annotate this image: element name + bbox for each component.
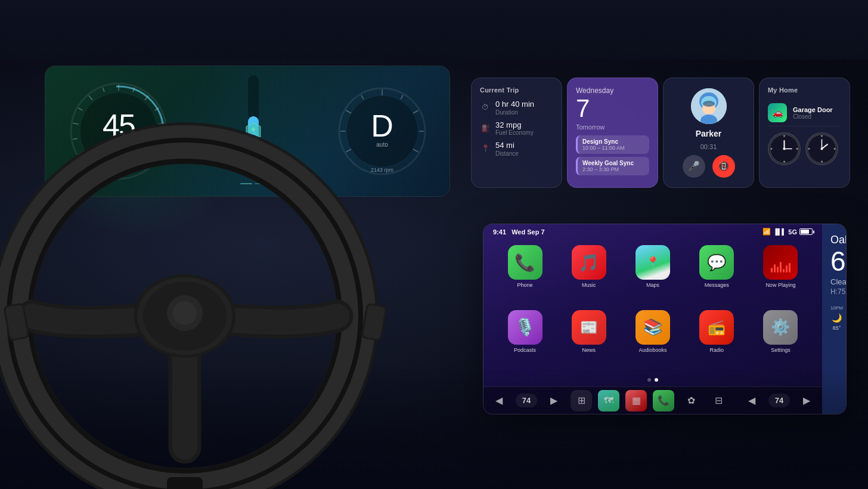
app-settings[interactable]: ⚙️ Settings [751,310,810,370]
svg-point-47 [808,148,810,150]
app-radio[interactable]: 📻 Radio [687,310,746,370]
svg-line-3 [73,123,79,124]
trip-fuel-label: Fuel Economy [495,129,534,136]
svg-line-1 [78,151,83,154]
caller-duration: 00:31 [700,143,717,150]
carplay-bottom-bar: ◀ 74 ▶ ⊞ 🗺 ▦ 📞 ✿ ⊟ ◀ 74 ▶ [483,386,822,414]
svg-point-50 [821,148,823,150]
caller-avatar [691,88,727,124]
cal-event-2[interactable]: Weekly Goal Sync 2:30 – 3:30 PM [576,157,649,175]
trip-duration-item: ⏱ 0 hr 40 min Duration [480,100,553,116]
weather-hour-1: 10PM 🌙 65° [830,305,843,331]
app-audiobooks[interactable]: 📚 Audiobooks [623,310,682,370]
mute-button[interactable]: 🎤 [683,155,705,178]
home-item-garage-status: Closed [793,113,833,120]
audiobooks-app-label: Audiobooks [638,347,666,353]
nowplaying-app-icon [763,245,798,280]
temp-left[interactable]: 74 [516,394,537,407]
home-item-garage[interactable]: 🚗 Garage Door Closed [768,100,841,126]
forward-button[interactable]: ▶ [543,390,565,411]
call-controls: 🎤 📵 [683,155,735,178]
svg-line-19 [346,149,351,152]
phone-app-icon: 📞 [508,245,542,280]
cal-tomorrow: Tomorrow [576,123,649,131]
cal-event-1[interactable]: Design Sync 10:00 – 11:00 AM [576,135,649,154]
svg-line-25 [413,110,418,113]
news-app-icon: 📰 [572,310,606,345]
fan-bottom-button[interactable]: ✿ [680,390,702,411]
top-bar [0,0,868,60]
weather-hi-lo: H:75° L:57° [830,287,847,296]
hangup-button[interactable]: 📵 [712,155,735,178]
clock-icon: ⏱ [480,102,491,113]
temp-right[interactable]: 74 [768,394,790,407]
trip-card: Current Trip ⏱ 0 hr 40 min Duration ⛽ 32… [471,78,562,188]
carplay-time: 9:41 Wed Sep 7 [493,228,545,236]
hour-1-temp: 65° [833,325,841,331]
phone-bottom-button[interactable]: 📞 [653,390,674,411]
podcasts-app-label: Podcasts [514,347,536,353]
messages-app-label: Messages [705,282,729,288]
trip-distance-value: 54 mi [495,141,519,150]
svg-point-46 [821,161,823,163]
page-dots [483,376,822,386]
carplay-main: 9:41 Wed Sep 7 📶 ▐▌▌ 5G 📞 Phone 🎵 [483,224,822,414]
caller-name: Parker [696,129,722,138]
grid-button[interactable]: ⊞ [571,390,592,411]
forward-right-button[interactable]: ▶ [796,390,817,411]
maps-app-icon [636,245,670,280]
music-app-icon: 🎵 [572,245,606,280]
speed-unit: mph [103,142,135,151]
home-item-garage-name: Garage Door [793,106,833,113]
svg-line-24 [401,95,403,99]
wifi-icon: 📶 [762,228,771,236]
weather-temp: 65° [830,247,847,275]
svg-point-37 [796,148,798,150]
dashboard-middle [212,66,295,196]
messages-app-icon: 💬 [699,245,734,280]
radio-app-label: Radio [709,347,724,353]
dot-1 [647,378,651,382]
back-button[interactable]: ◀ [488,390,510,411]
app-news[interactable]: 📰 News [559,310,618,370]
svg-line-22 [361,95,364,99]
maps-bottom-button[interactable]: 🗺 [598,390,619,411]
distance-icon: 📍 [480,143,491,154]
audiobooks-app-icon: 📚 [636,310,670,345]
battery-icon [799,228,813,235]
radio-app-icon: 📻 [699,310,734,345]
gear-indicator: D auto 2143 rpm [334,83,430,179]
svg-line-4 [78,108,82,110]
back-right-button[interactable]: ◀ [741,390,762,411]
carplay-apps-grid: 📞 Phone 🎵 Music Maps 💬 Messages [483,239,822,376]
ac-bottom-button[interactable]: ⊟ [708,390,729,411]
app-messages[interactable]: 💬 Messages [687,245,746,305]
apps-bottom-button[interactable]: ▦ [625,390,647,411]
cal-event-1-name: Design Sync [582,138,644,145]
speedometer: 45 mph 72 km/h [65,78,172,185]
cal-day-num: 7 [576,96,649,121]
svg-point-39 [771,148,773,150]
trip-distance-info: 54 mi Distance [495,141,519,157]
app-maps[interactable]: Maps [623,245,682,305]
cal-event-2-time: 2:30 – 3:30 PM [582,166,644,172]
podcasts-app-icon: 🎙️ [508,310,542,345]
hour-1-icon: 🌙 [832,313,842,323]
weather-condition: Clear [830,277,847,286]
speed-km: 72 km/h [108,168,129,174]
road-indicator [240,183,266,184]
app-phone[interactable]: 📞 Phone [495,245,554,305]
trip-title: Current Trip [480,86,553,94]
app-nowplaying[interactable]: Now Playing [751,245,810,305]
svg-point-38 [783,161,785,163]
svg-point-36 [783,135,785,137]
gear-display: D auto [371,110,393,148]
dot-2 [655,378,658,382]
app-podcasts[interactable]: 🎙️ Podcasts [495,310,554,370]
carplay-screen: 9:41 Wed Sep 7 📶 ▐▌▌ 5G 📞 Phone 🎵 [483,224,847,414]
trip-fuel-item: ⛽ 32 mpg Fuel Economy [480,120,553,137]
app-music[interactable]: 🎵 Music [559,245,618,305]
battery-fill [801,230,809,234]
svg-point-45 [834,148,836,150]
cal-day-name: Wednesday [576,86,649,95]
